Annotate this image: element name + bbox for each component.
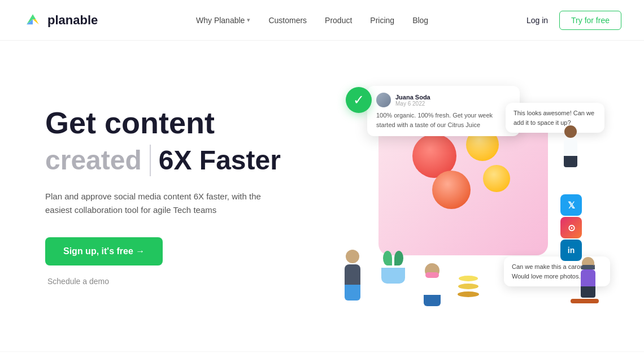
nav-why-planable[interactable]: Why Planable <box>196 16 250 25</box>
nav-blog[interactable]: Blog <box>412 16 428 25</box>
skateboard <box>571 299 599 303</box>
green-check-icon: ✓ <box>346 87 372 113</box>
post-card: Juana Soda May 6 2022 100% organic. 100%… <box>367 86 520 136</box>
plant-decoration <box>381 251 405 284</box>
logo-icon <box>23 10 43 31</box>
person-1-head <box>346 250 359 263</box>
signup-button[interactable]: Sign up, it's free → <box>45 237 163 265</box>
fruit-3 <box>483 165 510 192</box>
social-icons-stack: 𝕏 ⊙ in <box>560 194 582 261</box>
post-text: 100% organic. 100% fresh. Get your week … <box>376 111 511 129</box>
nav-product[interactable]: Product <box>325 16 352 25</box>
person-4-skater <box>577 257 599 303</box>
nav-right: Log in Try for free <box>526 11 621 30</box>
person-4-legs <box>581 286 595 298</box>
try-free-button[interactable]: Try for free <box>559 11 621 30</box>
nav-links: Why Planable Customers Product Pricing B… <box>196 16 428 25</box>
nav-customers[interactable]: Customers <box>268 16 307 25</box>
hero-created: created <box>45 145 142 176</box>
person-2-hair <box>425 272 439 278</box>
hero-section: Get content created 6X Faster Plan and a… <box>0 41 644 340</box>
hero-subtitle-row: created 6X Faster <box>45 145 282 176</box>
hero-title-line1: Get content <box>45 106 282 140</box>
logo-link[interactable]: planable <box>23 10 98 31</box>
hero-faster: 6X Faster <box>159 145 281 176</box>
fruit-4 <box>432 171 471 209</box>
login-button[interactable]: Log in <box>526 16 548 25</box>
person-1 <box>345 250 360 301</box>
plant-pot <box>381 268 405 284</box>
post-author: Juana Soda <box>395 94 430 101</box>
plant-leaves <box>381 251 405 265</box>
nav-pricing[interactable]: Pricing <box>370 16 394 25</box>
hero-illustration-area: Juana Soda May 6 2022 100% organic. 100%… <box>305 75 610 317</box>
stacked-items <box>458 275 479 298</box>
person-4-body <box>581 269 595 286</box>
content-board <box>378 120 548 255</box>
hero-description: Plan and approve social media content 6X… <box>45 190 282 217</box>
demo-link[interactable]: Schedule a demo <box>47 277 282 286</box>
leaf-right <box>394 251 403 265</box>
logo-text: planable <box>47 13 98 28</box>
comment-bubble-1: This looks awesome! Can we add it to spa… <box>506 103 604 133</box>
person-3 <box>564 125 577 167</box>
used-by-text: Used by forward-thinking brands across t… <box>0 351 644 357</box>
instagram-icon: ⊙ <box>560 217 582 238</box>
twitter-icon: 𝕏 <box>560 194 582 216</box>
hero-left: Get content created 6X Faster Plan and a… <box>45 106 282 285</box>
person-2-body <box>424 278 441 295</box>
hero-illustration: Juana Soda May 6 2022 100% organic. 100%… <box>333 75 610 317</box>
navbar: planable Why Planable Customers Product … <box>0 0 644 41</box>
person-3-head <box>564 125 577 138</box>
hero-divider <box>150 145 151 176</box>
leaf-left <box>383 251 392 265</box>
person-1-legs <box>345 285 360 301</box>
post-date: May 6 2022 <box>395 101 430 107</box>
post-avatar <box>376 93 391 107</box>
person-3-body <box>564 139 577 156</box>
person-1-body <box>345 264 360 285</box>
post-card-header: Juana Soda May 6 2022 <box>376 93 511 107</box>
person-2-legs <box>424 295 441 306</box>
person-3-legs <box>564 156 577 167</box>
post-meta: Juana Soda May 6 2022 <box>395 94 430 107</box>
person-4-cap <box>581 265 595 269</box>
person-2 <box>424 263 441 306</box>
